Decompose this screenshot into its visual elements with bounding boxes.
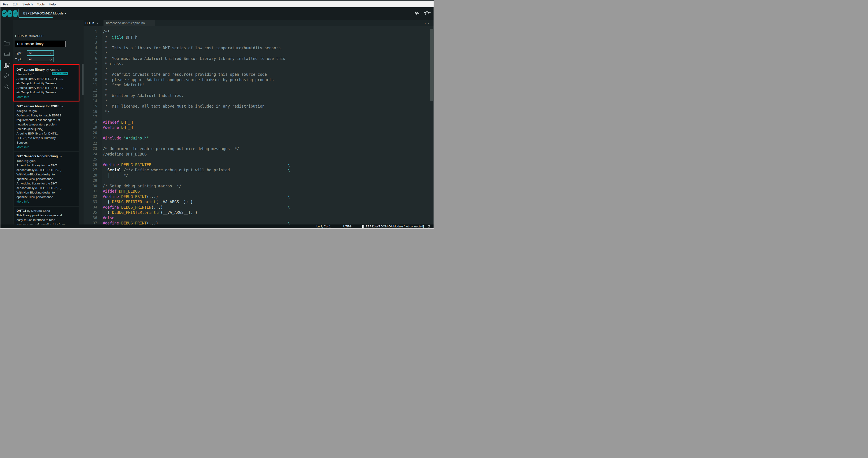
activity-bar bbox=[0, 20, 13, 225]
board-selector-dropdown[interactable]: ESP32-WROOM-DA Module ▼ bbox=[19, 9, 53, 18]
more-info-link[interactable]: More info bbox=[17, 145, 76, 149]
library-name: DHT sensor library for ESPx bbox=[17, 105, 59, 108]
code-line: 31#ifdef DHT_DEBUG bbox=[84, 189, 430, 194]
arduino-ide-window: FileEditSketchToolsHelp ESP32-WROOM-DA M… bbox=[0, 0, 434, 229]
panel-scrollbar[interactable] bbox=[82, 64, 84, 95]
installed-badge: INSTALLED bbox=[52, 71, 68, 75]
library-author: Adafruit bbox=[50, 68, 61, 71]
library-title: DHT sensor library by Adafruit bbox=[17, 67, 76, 72]
menu-item-help[interactable]: Help bbox=[47, 2, 58, 6]
topic-filter-row: Topic: All bbox=[15, 57, 54, 62]
serial-plotter-icon[interactable] bbox=[414, 10, 420, 17]
code-line: 7 * class. bbox=[84, 61, 430, 67]
menu-item-file[interactable]: File bbox=[1, 2, 10, 6]
library-card-1[interactable]: DHT sensor library by AdafruitVersion 1.… bbox=[14, 65, 79, 101]
debug-button[interactable] bbox=[13, 10, 18, 18]
code-line: 4 * This is a library for DHT series of … bbox=[84, 46, 430, 51]
line-number: 5 bbox=[84, 51, 97, 56]
serial-monitor-icon[interactable] bbox=[424, 10, 431, 17]
chevron-down-icon: ▼ bbox=[64, 12, 67, 15]
encoding: UTF-8 bbox=[343, 225, 351, 228]
editor-tab-bar: DHT.h × hardcoded-dht22-esp32.ino ··· bbox=[84, 20, 434, 26]
code-line: 15 * MIT license, all text above must be… bbox=[84, 104, 430, 109]
library-description-line: Sensors bbox=[17, 140, 76, 145]
library-card-2[interactable]: DHT sensor library for ESPx by beegee_to… bbox=[14, 102, 79, 151]
type-select[interactable]: All bbox=[27, 50, 54, 56]
active-indicator bbox=[0, 60, 1, 70]
library-description-line: Arduino library for DHT11, DHT22, bbox=[17, 86, 76, 90]
library-name: DHT sensor library bbox=[17, 68, 45, 71]
sidebar-item-sketchbook[interactable] bbox=[0, 38, 13, 50]
library-description-line: Optimized libray to match ESP32 bbox=[17, 113, 76, 118]
line-number: 23 bbox=[84, 146, 97, 152]
line-number: 32 bbox=[84, 194, 97, 200]
library-name: DHT11 bbox=[17, 209, 26, 212]
library-title: DHT sensor library for ESPx by bbox=[17, 104, 76, 109]
topic-select[interactable]: All bbox=[27, 57, 54, 62]
line-number: 20 bbox=[84, 131, 97, 136]
line-number: 10 bbox=[84, 77, 97, 83]
line-number: 19 bbox=[84, 125, 97, 131]
debug-play-icon bbox=[13, 11, 17, 16]
sidebar-item-debugger[interactable] bbox=[0, 70, 13, 82]
line-number: 11 bbox=[84, 83, 97, 88]
topic-filter-label: Topic: bbox=[15, 58, 27, 61]
menu-item-sketch[interactable]: Sketch bbox=[20, 2, 35, 6]
library-description-line: DHT22, etc Temp & Humidity bbox=[17, 136, 76, 140]
menu-item-tools[interactable]: Tools bbox=[35, 2, 47, 6]
tab-sketch-ino[interactable]: hardcoded-dht22-esp32.ino bbox=[104, 20, 155, 26]
library-description-line: negative temperature problem bbox=[17, 122, 76, 127]
line-number: 2 bbox=[84, 35, 97, 40]
line-number: 12 bbox=[84, 88, 97, 93]
close-icon[interactable]: × bbox=[96, 21, 98, 25]
editor-overflow-menu-icon[interactable]: ··· bbox=[425, 21, 430, 25]
line-number: 14 bbox=[84, 98, 97, 104]
code-line: 6 * You must have Adafruit Unified Senso… bbox=[84, 56, 430, 61]
code-line: 29 bbox=[84, 178, 430, 183]
board-status-text: ESP32-WROOM-DA Module [not connected] bbox=[366, 225, 424, 228]
editor-scrollbar[interactable] bbox=[430, 29, 433, 101]
code-line: 1/*! bbox=[84, 29, 430, 35]
library-description-line: Arduino library for DHT11, DHT22, bbox=[17, 77, 76, 81]
code-editor[interactable]: 1/*!2 * @file DHT.h3 *4 * This is a libr… bbox=[84, 26, 434, 225]
more-info-link[interactable]: More info bbox=[17, 95, 76, 99]
line-number: 18 bbox=[84, 120, 97, 125]
line-number: 24 bbox=[84, 152, 97, 157]
line-number: 37 bbox=[84, 221, 97, 225]
library-name: DHT Sensors Non-Blocking bbox=[17, 154, 58, 158]
line-number: 30 bbox=[84, 183, 97, 189]
line-number: 17 bbox=[84, 114, 97, 120]
board-status: ESP32-WROOM-DA Module [not connected] bbox=[362, 225, 424, 228]
tab-dht-h[interactable]: DHT.h × bbox=[84, 20, 103, 26]
code-line: 35 { DEBUG_PRINTER.println(__VA_ARGS__);… bbox=[84, 210, 430, 216]
code-line: 18#ifndef DHT_H bbox=[84, 120, 430, 125]
library-manager-panel: LIBRARY MANAGER Type: All Topic: All DHT… bbox=[13, 20, 84, 225]
code-line: 33 { DEBUG_PRINTER.print(__VA_ARGS__); } bbox=[84, 199, 430, 205]
cursor-position: Ln 1, Col 1 bbox=[316, 225, 331, 228]
type-filter-label: Type: bbox=[15, 51, 27, 55]
menu-bar: FileEditSketchToolsHelp bbox=[0, 1, 434, 7]
library-search-input[interactable] bbox=[15, 41, 66, 47]
library-description-line: etc Temp & Humidity Sensors bbox=[17, 90, 76, 95]
search-icon bbox=[4, 84, 10, 91]
bell-icon[interactable] bbox=[428, 225, 430, 228]
code-line: 32#define DEBUG_PRINT(...) \ bbox=[84, 194, 430, 200]
line-number: 36 bbox=[84, 216, 97, 221]
library-card-4[interactable]: DHT11 by Dhruba SahaThis library provide… bbox=[14, 207, 79, 225]
sidebar-item-library-manager[interactable] bbox=[0, 60, 13, 71]
folder-icon bbox=[4, 41, 10, 47]
verify-button[interactable] bbox=[2, 10, 7, 18]
sidebar-item-boards-manager[interactable] bbox=[0, 49, 13, 60]
upload-button[interactable] bbox=[7, 10, 12, 18]
library-description-line: An Arduino library for the DHT bbox=[17, 163, 76, 168]
sidebar-item-search[interactable] bbox=[0, 82, 13, 93]
line-number: 9 bbox=[84, 72, 97, 77]
right-arrow-icon bbox=[8, 11, 11, 16]
library-card-3[interactable]: DHT Sensors Non-Blocking by Toan NguyenA… bbox=[14, 152, 79, 206]
more-info-link[interactable]: More info bbox=[17, 199, 76, 204]
menu-item-edit[interactable]: Edit bbox=[10, 2, 20, 6]
line-number: 21 bbox=[84, 136, 97, 141]
chevron-down-icon bbox=[50, 57, 52, 61]
code-line: 11 * from Adafruit! bbox=[84, 83, 430, 88]
line-number: 22 bbox=[84, 141, 97, 146]
